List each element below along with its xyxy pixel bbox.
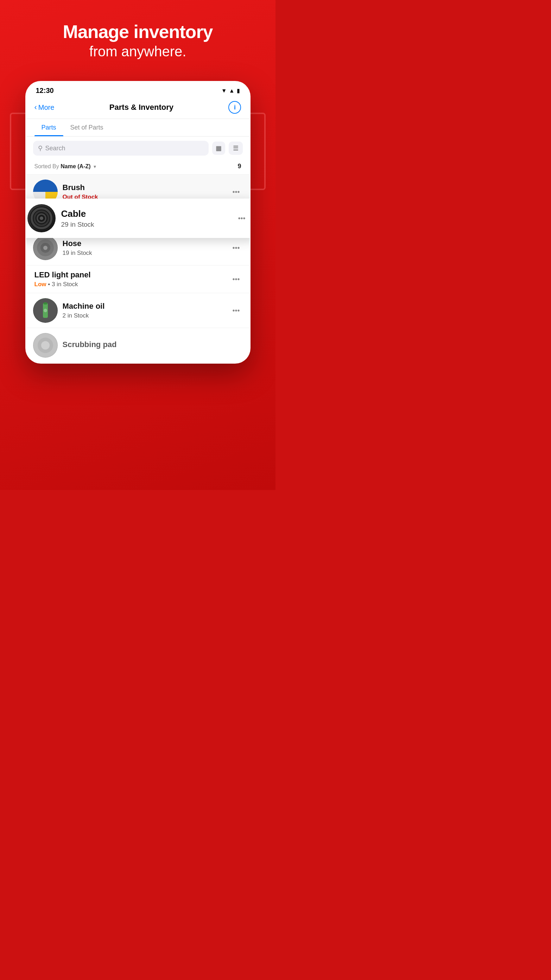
item-name: Cable <box>61 208 230 219</box>
item-stock-status: 2 in Stock <box>63 312 225 319</box>
floating-card[interactable]: Cable 29 in Stock ••• <box>25 199 251 238</box>
status-time: 12:30 <box>36 87 54 95</box>
info-icon: i <box>234 104 236 111</box>
svg-point-4 <box>40 216 43 220</box>
item-more-button[interactable]: ••• <box>235 213 248 224</box>
pad-image-svg <box>33 333 58 358</box>
status-icons: ▼ ▲ ▮ <box>221 87 240 94</box>
sort-by-label: Sorted By <box>35 163 59 169</box>
item-name: Hose <box>63 239 225 248</box>
item-info: Hose 19 in Stock <box>63 239 225 257</box>
wifi-icon: ▼ <box>221 88 227 94</box>
item-more-button[interactable]: ••• <box>229 186 243 197</box>
search-input[interactable]: Search <box>45 145 204 152</box>
cable-image-svg <box>29 206 54 231</box>
back-label: More <box>38 103 54 111</box>
item-info: LED light panel Low • 3 in Stock <box>35 270 225 288</box>
hero-section: Manage inventory from anywhere. <box>0 21 275 59</box>
filter-icon: ☰ <box>233 145 238 152</box>
item-more-button[interactable]: ••• <box>229 305 243 316</box>
phone-frame: 12:30 ▼ ▲ ▮ ‹ More Parts & Inventory i P… <box>25 81 251 364</box>
list-item[interactable]: Scrubbing pad <box>26 328 250 363</box>
svg-rect-11 <box>44 302 47 304</box>
chevron-left-icon: ‹ <box>35 103 37 112</box>
sort-row: Sorted By Name (A-Z) ▾ 9 <box>26 160 250 175</box>
bracket-left-decoration <box>10 113 27 190</box>
status-bar: 12:30 ▼ ▲ ▮ <box>26 82 250 97</box>
search-icon: ⚲ <box>38 144 43 152</box>
item-count: 9 <box>238 162 241 170</box>
hero-subtitle: from anywhere. <box>0 44 275 59</box>
item-info: Cable 29 in Stock <box>61 208 230 229</box>
item-name: Brush <box>63 183 225 192</box>
signal-icon: ▲ <box>229 88 235 94</box>
nav-title: Parts & Inventory <box>110 103 173 112</box>
filter-button[interactable]: ☰ <box>229 142 243 155</box>
stock-count: 3 in Stock <box>52 281 78 288</box>
list-item[interactable]: Machine oil 2 in Stock ••• <box>26 293 250 328</box>
battery-icon: ▮ <box>237 87 240 94</box>
item-info: Machine oil 2 in Stock <box>63 302 225 319</box>
sort-value: Name (A-Z) <box>60 163 91 169</box>
item-info: Scrubbing pad <box>63 340 243 351</box>
item-stock-status: 29 in Stock <box>61 221 230 229</box>
item-stock-status: Low • 3 in Stock <box>35 281 225 288</box>
tab-set-of-parts[interactable]: Set of Parts <box>64 119 111 136</box>
hose-image-svg <box>33 235 58 260</box>
low-label: Low <box>35 281 46 288</box>
hero-title: Manage inventory <box>0 21 275 42</box>
svg-point-15 <box>41 341 49 350</box>
nav-bar: ‹ More Parts & Inventory i <box>26 97 250 119</box>
item-name: Scrubbing pad <box>63 340 243 349</box>
search-box[interactable]: ⚲ Search <box>33 141 209 156</box>
item-more-button[interactable]: ••• <box>229 274 243 285</box>
back-button[interactable]: ‹ More <box>35 103 54 112</box>
item-more-button[interactable]: ••• <box>229 243 243 253</box>
item-thumbnail <box>33 235 58 260</box>
list-item[interactable]: LED light panel Low • 3 in Stock ••• <box>26 266 250 293</box>
tab-bar: Parts Set of Parts <box>26 119 250 137</box>
parts-list: Brush Out of Stock ••• Cable 29 in Stock <box>26 175 250 363</box>
item-stock-status: 19 in Stock <box>63 250 225 257</box>
item-thumbnail <box>33 298 58 323</box>
item-name: Machine oil <box>63 302 225 311</box>
item-info: Brush Out of Stock <box>63 183 225 200</box>
item-thumbnail <box>33 333 58 358</box>
svg-point-12 <box>44 309 47 312</box>
item-name: LED light panel <box>35 270 225 280</box>
info-button[interactable]: i <box>229 101 241 114</box>
search-area: ⚲ Search ▦ ☰ <box>26 137 250 160</box>
barcode-scan-button[interactable]: ▦ <box>212 142 225 155</box>
sort-control[interactable]: Sorted By Name (A-Z) ▾ <box>35 163 97 170</box>
bracket-right-decoration <box>248 113 266 190</box>
item-thumbnail <box>27 204 56 232</box>
sort-chevron-icon: ▾ <box>94 164 96 169</box>
barcode-icon: ▦ <box>216 145 222 152</box>
stock-separator: • <box>48 281 52 288</box>
oil-image-svg <box>33 298 58 323</box>
tab-parts[interactable]: Parts <box>35 119 64 136</box>
svg-point-8 <box>43 246 48 250</box>
